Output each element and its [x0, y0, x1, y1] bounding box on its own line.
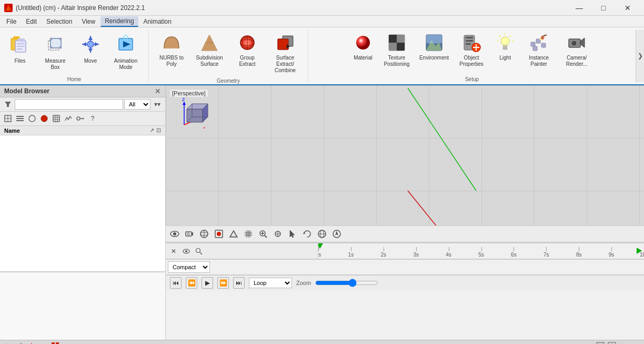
compact-dropdown[interactable]: Compact — [168, 261, 210, 273]
status-icon-dots[interactable] — [39, 341, 48, 345]
status-icon-arrow2[interactable] — [27, 341, 37, 345]
status-icon-arrow1[interactable] — [16, 341, 25, 345]
ruler-tick-line-8s — [579, 247, 579, 251]
playback-prev-frame[interactable]: ⏪ — [186, 277, 197, 289]
vp-btn-wireframe[interactable] — [227, 227, 240, 241]
sidebar-expand-button[interactable]: ▾▾ — [152, 99, 163, 110]
ruler-tick-line-5s — [481, 247, 482, 251]
3d-object-preview: Z × — [174, 93, 216, 135]
ruler-tick-line-2s — [384, 247, 384, 251]
ribbon-btn-light[interactable]: Light — [491, 30, 519, 63]
ribbon-btn-subdivision-surface[interactable]: Subdivision Surface — [191, 30, 228, 70]
ruler-tick-7s: 7s — [544, 252, 549, 258]
playback-to-start[interactable]: ⏮ — [170, 277, 182, 289]
ribbon-btn-move[interactable]: Move — [75, 30, 106, 66]
ribbon-btn-surface-extract[interactable]: Surface Extract/ Combine — [267, 30, 304, 76]
sidebar-icon-8[interactable]: ? — [87, 113, 98, 124]
ribbon-btn-nurbs-to-poly[interactable]: NURBS to Poly — [153, 30, 190, 70]
menu-rendering[interactable]: Rendering — [100, 16, 138, 27]
sidebar-filter-icon[interactable] — [2, 99, 14, 110]
svg-point-56 — [501, 37, 509, 45]
ribbon-btn-environment[interactable]: Environment — [416, 30, 452, 63]
ribbon-group-setup: Material Texture Positioning — [308, 30, 636, 82]
sort-icon[interactable]: ↗ — [149, 127, 154, 134]
status-icon-user[interactable]: 🎲Mr_ICer — [630, 341, 640, 345]
zoom-slider[interactable] — [315, 279, 378, 287]
timeline-close[interactable]: ✕ — [168, 245, 179, 257]
menu-view[interactable]: View — [77, 17, 99, 26]
timeline-search[interactable] — [193, 245, 205, 257]
ribbon-btn-object-properties[interactable]: Object Properties — [453, 30, 490, 70]
menu-bar: File Edit Selection View Rendering Anima… — [0, 16, 644, 27]
status-icon-code[interactable]: |||CS0 — [619, 341, 628, 345]
main-area: Model Browser ✕ All ▾▾ — [0, 85, 644, 340]
close-button[interactable]: ✕ — [616, 0, 640, 16]
svg-rect-81 — [16, 120, 24, 121]
window-title: (Untitled) (cm) - Altair Inspire Render … — [16, 4, 145, 12]
sidebar-close-button[interactable]: ✕ — [155, 87, 161, 95]
playback-to-end[interactable]: ⏭ — [233, 277, 245, 289]
move-label: Move — [84, 58, 97, 64]
instance-painter-label: Instance Painter — [524, 55, 554, 67]
sidebar-header: Model Browser ✕ — [0, 85, 165, 97]
vp-btn-world[interactable] — [315, 227, 329, 241]
vp-btn-rotate[interactable] — [300, 227, 314, 241]
ruler-tick-3s: 3s — [413, 252, 419, 258]
viewport-3d[interactable]: Z × [Perspective] — [166, 85, 644, 225]
sidebar-icon-2[interactable] — [14, 113, 26, 124]
playback-loop-select[interactable]: Loop Once Ping-Pong — [249, 278, 292, 288]
sidebar-icon-5[interactable] — [51, 113, 62, 124]
vp-btn-navigate[interactable] — [330, 227, 344, 241]
ribbon-btn-animation-mode[interactable]: Animation Mode — [107, 30, 144, 73]
svg-point-13 — [50, 46, 52, 48]
ribbon-nav-right[interactable]: ❯ — [636, 30, 644, 82]
maximize-button[interactable]: □ — [591, 0, 616, 16]
ribbon-btn-camera-render[interactable]: Camera/ Render... — [558, 30, 595, 70]
vp-btn-render[interactable] — [212, 227, 226, 241]
environment-label: Environment — [419, 55, 449, 61]
ribbon-btn-measure-box[interactable]: Measure Box — [37, 30, 74, 73]
svg-rect-43 — [397, 43, 405, 51]
playhead-indicator — [319, 243, 326, 249]
menu-file[interactable]: File — [2, 17, 21, 26]
vp-btn-zoom[interactable] — [256, 227, 270, 241]
status-icon-grid3[interactable] — [607, 341, 617, 345]
vp-btn-transform[interactable] — [271, 227, 285, 241]
menu-selection[interactable]: Selection — [42, 17, 76, 26]
sidebar-title: Model Browser — [4, 87, 49, 95]
sidebar-icon-1[interactable] — [2, 113, 14, 124]
vp-btn-orbit[interactable] — [197, 227, 211, 241]
sidebar-icon-4[interactable] — [38, 113, 50, 124]
filter-icon[interactable]: ⊡ — [156, 127, 161, 134]
app-icon — [4, 4, 13, 12]
timeline-visibility-toggle[interactable] — [180, 245, 192, 257]
vp-btn-camera[interactable] — [183, 227, 196, 241]
ruler-tick-line-9s — [611, 247, 612, 251]
svg-rect-51 — [466, 40, 473, 42]
svg-rect-80 — [16, 118, 24, 119]
ribbon-btn-group-extract[interactable]: Group Extract — [229, 30, 266, 70]
sidebar-icon-6[interactable] — [63, 113, 74, 124]
menu-edit[interactable]: Edit — [22, 17, 41, 26]
ribbon-btn-instance-painter[interactable]: Instance Painter — [520, 30, 557, 70]
ribbon-btn-files[interactable]: Files — [4, 30, 36, 66]
playback-play[interactable]: ▶ — [202, 277, 213, 289]
vp-btn-cursor[interactable] — [286, 227, 299, 241]
menu-animation[interactable]: Animation — [139, 17, 176, 26]
vp-btn-visibility[interactable] — [168, 227, 182, 241]
ribbon-home-label: Home — [4, 75, 144, 82]
ribbon-btn-texture-positioning[interactable]: Texture Positioning — [378, 30, 415, 70]
playback-next-frame[interactable]: ⏩ — [217, 277, 229, 289]
sidebar-filter-dropdown[interactable]: All — [124, 99, 150, 110]
vp-btn-grid[interactable] — [242, 227, 255, 241]
status-icon-grid2[interactable] — [596, 341, 605, 345]
surface-extract-label: Surface Extract/ Combine — [270, 55, 300, 74]
sidebar-search-input[interactable] — [15, 99, 123, 110]
sidebar-icon-7[interactable] — [75, 113, 86, 124]
minimize-button[interactable]: — — [567, 0, 591, 16]
ribbon-btn-material[interactable]: Material — [349, 30, 377, 63]
status-icon-grid1[interactable] — [51, 341, 60, 345]
status-icon-fire[interactable] — [4, 341, 14, 345]
status-icon-axes[interactable]: ZYX — [584, 341, 593, 345]
sidebar-icon-3[interactable] — [26, 113, 38, 124]
